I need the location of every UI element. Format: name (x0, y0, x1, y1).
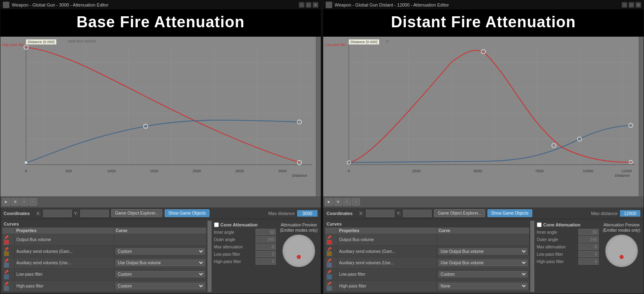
y-input-2[interactable] (403, 210, 432, 217)
svg-point-19 (25, 161, 27, 164)
curve-row-1-1: 📌 Auxiliary send volumes (Gam... Custom (2, 246, 207, 257)
show-game-objects-btn-1[interactable]: Show Game Objects (165, 209, 210, 217)
curve-row-3-1: 📌 Low-pass filter Custom (2, 269, 207, 280)
svg-text:0: 0 (348, 169, 350, 173)
app-icon-1 (3, 2, 9, 8)
panel-header-2: Distant Fire Attenuation (323, 9, 644, 37)
svg-text:Distance: Distance (615, 173, 630, 178)
curve-value-4-1: Custom (114, 280, 206, 292)
cone-highpass-input-2[interactable] (578, 258, 599, 265)
toolbar-btn-zoom-out-1[interactable]: − (29, 198, 37, 206)
cone-lowpass-input-1[interactable] (256, 251, 276, 257)
svg-text:High-pass filte...: High-pass filte... (2, 43, 26, 47)
toolbar-btn-zoom-in-1[interactable]: + (20, 198, 28, 206)
curve-row-2-2: 📌 Auxiliary send volumes (Use... Use Out… (325, 257, 529, 268)
svg-rect-29 (323, 37, 644, 178)
toolbar-btn-play-1[interactable]: ▶ (2, 198, 10, 206)
cone-outer-angle-input-2[interactable] (578, 236, 599, 243)
bottom-content-1: Curves Properties Curve 📌 (0, 219, 321, 294)
curve-property-col-1-2: Auxiliary send volumes (Gam... (337, 246, 437, 257)
curves-scrollbar-1[interactable] (207, 221, 212, 292)
svg-text:Distance: Distance (292, 173, 307, 178)
minimize-btn-1[interactable]: ─ (299, 2, 304, 8)
cone-inner-angle-label-2: Inner angle (537, 230, 569, 235)
cone-outer-angle-label-2: Outer angle (537, 237, 569, 242)
curve-value-2-1: Use Output Bus volume (114, 257, 206, 268)
curves-header-1: Curves (2, 221, 207, 227)
show-game-objects-btn-2[interactable]: Show Game Objects (487, 209, 532, 217)
curve-property-3-1: Low-pass filter (15, 269, 114, 280)
col-properties-2: Properties (337, 228, 437, 234)
cone-lowpass-label-1: Low-pass filter (214, 252, 247, 257)
curve-select-4-2[interactable]: None (439, 283, 527, 289)
cone-inner-angle-input-1[interactable] (256, 229, 276, 235)
curve-select-3-1[interactable]: Custom (116, 271, 205, 277)
graph-area-1[interactable]: 0 500 1000 1500 2000 2500 3000 Distance … (0, 37, 321, 196)
scrollbar-right-2[interactable] (639, 37, 644, 196)
toolbar-btn-play-2[interactable]: ▶ (325, 198, 333, 206)
toolbar-row-2: ▶ ⊞ + − (323, 196, 644, 208)
maximize-btn-2[interactable]: □ (629, 2, 634, 8)
curve-row-0-2: 📌 Output Bus volume (325, 234, 529, 246)
cone-lowpass-input-2[interactable] (578, 251, 599, 257)
close-btn-1[interactable]: ✕ (313, 2, 318, 8)
game-object-explorer-btn-1[interactable]: Game Object Explorer... (111, 209, 162, 217)
cone-max-atten-label-1: Max attenuation (214, 245, 247, 249)
col-curve-1: Curve (114, 228, 206, 234)
toolbar-btn-fit-1[interactable]: ⊞ (11, 198, 19, 206)
game-object-explorer-btn-2[interactable]: Game Object Explorer... (434, 209, 485, 217)
svg-text:500: 500 (66, 169, 72, 173)
title-controls-2[interactable]: ─ □ ✕ (622, 2, 641, 8)
curve-row-1-2: 📌 Auxiliary send volumes (Gam... Use Out… (325, 246, 529, 257)
curve-select-1-1[interactable]: Custom (116, 248, 205, 255)
cone-outer-angle-input-1[interactable] (256, 236, 276, 243)
curves-table-2: Properties Curve 📌 Output Bus volume (325, 227, 529, 292)
svg-rect-0 (0, 37, 321, 178)
curve-select-2-2[interactable]: Use Output Bus volume (439, 260, 527, 266)
curve-select-3-2[interactable]: Custom (439, 271, 527, 277)
y-label-2: Y: (397, 211, 401, 216)
coordinates-header-2: Coordinates (326, 211, 353, 216)
preview-dot-2 (620, 255, 624, 259)
maximize-btn-1[interactable]: □ (306, 2, 311, 8)
bottom-panel-2: ▶ ⊞ + − Coordinates X: Y: Game Object Ex… (323, 196, 644, 294)
cone-max-atten-input-1[interactable] (256, 244, 276, 250)
cone-highpass-input-1[interactable] (256, 258, 276, 265)
toolbar-btn-zoom-in-2[interactable]: + (343, 198, 351, 206)
preview-title-1: Attenuation Preview(Emitter modes only) (280, 222, 318, 233)
curve-row-4-1: 📌 High-pass filter Custom (2, 280, 207, 292)
minimize-btn-2[interactable]: ─ (622, 2, 627, 8)
panel-header-1: Base Fire Attenuation (0, 9, 321, 37)
svg-text:Low-pass filte...: Low-pass filte... (325, 43, 348, 47)
curve-select-4-1[interactable]: Custom (116, 283, 205, 289)
scrollbar-right-1[interactable] (316, 37, 321, 196)
coordinates-header-1: Coordinates (4, 211, 30, 216)
cone-max-atten-input-2[interactable] (578, 244, 599, 250)
svg-text:1500: 1500 (150, 169, 159, 173)
toolbar-btn-fit-2[interactable]: ⊞ (334, 198, 342, 206)
col-pin-2 (325, 228, 337, 234)
title-text-2: Weapon - Global Gun Distant - 12000 - At… (335, 2, 619, 7)
x-input-1[interactable] (43, 210, 72, 217)
close-btn-2[interactable]: ✕ (635, 2, 641, 8)
curve-select-2-1[interactable]: Use Output Bus volume (116, 260, 205, 266)
graph-area-2[interactable]: 0 2500 5000 7500 10000 12000 Distance Lo… (323, 37, 644, 196)
cone-header-2: Cone Attenuation (537, 222, 599, 227)
x-input-2[interactable] (366, 210, 395, 217)
y-input-1[interactable] (80, 210, 109, 217)
max-distance-label-1: Max distance (268, 211, 295, 216)
cone-inner-angle-input-2[interactable] (578, 229, 599, 235)
curve-property-0-1: Output Bus volume (15, 234, 114, 246)
x-label-2: X: (359, 211, 363, 216)
cone-outer-angle-label-1: Outer angle (214, 237, 247, 242)
svg-text:3000: 3000 (278, 169, 287, 173)
title-controls-1[interactable]: ─ □ ✕ (299, 2, 318, 8)
curve-value-3-1: Custom (114, 269, 206, 280)
curve-pin-2-1: 📌 (2, 257, 15, 268)
cone-checkbox-1[interactable] (214, 222, 219, 227)
curve-select-1-2[interactable]: Use Output Bus volume (439, 248, 527, 255)
toolbar-btn-zoom-out-2[interactable]: − (352, 198, 360, 206)
cone-checkbox-2[interactable] (537, 222, 542, 227)
curve-pin-1-1: 📌 (2, 246, 15, 257)
curves-scrollbar-2[interactable] (530, 221, 534, 292)
